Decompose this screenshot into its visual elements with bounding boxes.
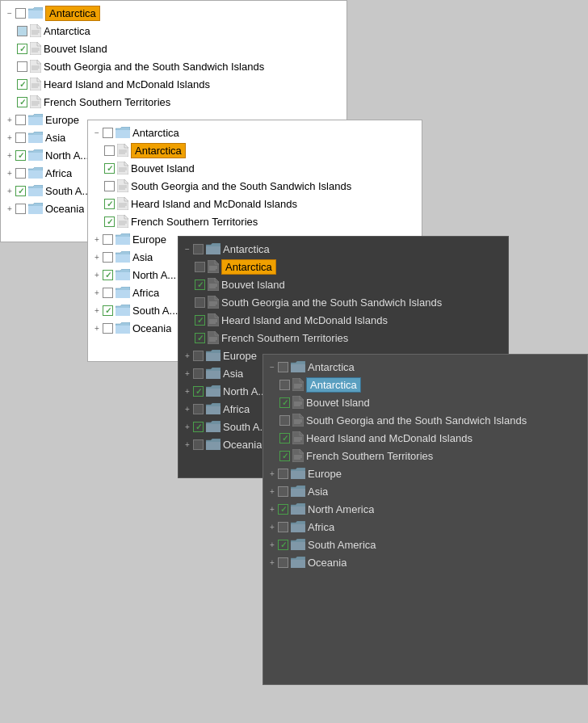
child-item[interactable]: Bouvet Island	[178, 275, 508, 293]
collapse-icon[interactable]: −	[4, 7, 15, 19]
expand-icon[interactable]: +	[91, 322, 103, 334]
child-item[interactable]: Antarctica	[88, 141, 422, 159]
expand-icon[interactable]: +	[182, 368, 193, 379]
child-item[interactable]: Bouvet Island	[1, 40, 346, 57]
child-item[interactable]: Antarctica	[263, 376, 587, 393]
item-checkbox[interactable]	[278, 557, 288, 568]
child-item[interactable]: French Southern Territories	[1, 93, 346, 111]
tree-root-item[interactable]: − Antarctica	[88, 124, 422, 141]
root-checkbox[interactable]	[103, 128, 113, 138]
expand-icon[interactable]: +	[91, 251, 103, 263]
item-checkbox[interactable]	[104, 163, 115, 174]
item-checkbox[interactable]	[103, 270, 113, 280]
tree-root-item[interactable]: − Antarctica	[1, 4, 346, 22]
item-checkbox[interactable]	[279, 415, 290, 426]
item-checkbox[interactable]	[104, 216, 115, 227]
item-checkbox[interactable]	[104, 145, 115, 156]
root-checkbox[interactable]	[278, 362, 288, 372]
item-checkbox[interactable]	[278, 540, 288, 550]
item-checkbox[interactable]	[195, 280, 205, 290]
item-checkbox[interactable]	[193, 386, 204, 397]
item-checkbox[interactable]	[278, 504, 288, 515]
child-item[interactable]: South Georgia and the South Sandwich Isl…	[178, 293, 508, 311]
root-checkbox[interactable]	[193, 244, 204, 254]
expand-icon[interactable]: +	[91, 269, 103, 280]
item-checkbox[interactable]	[193, 439, 204, 450]
item-checkbox[interactable]	[17, 26, 27, 36]
panel-4[interactable]: − Antarctica Antarctica Bouvet Island	[262, 354, 588, 685]
sibling-item[interactable]: + North America	[263, 500, 587, 518]
item-checkbox[interactable]	[279, 380, 290, 390]
expand-icon[interactable]: +	[4, 203, 15, 214]
expand-icon[interactable]: +	[267, 503, 278, 515]
item-checkbox[interactable]	[279, 451, 290, 461]
child-item[interactable]: Heard Island and McDonald Islands	[88, 195, 422, 212]
item-checkbox[interactable]	[15, 150, 26, 161]
child-item[interactable]: South Georgia and the South Sandwich Isl…	[88, 177, 422, 195]
item-checkbox[interactable]	[103, 323, 113, 334]
item-checkbox[interactable]	[103, 234, 113, 245]
root-checkbox[interactable]	[15, 8, 26, 19]
item-checkbox[interactable]	[278, 522, 288, 532]
sibling-item[interactable]: + Asia	[263, 482, 587, 500]
item-checkbox[interactable]	[17, 44, 27, 54]
item-checkbox[interactable]	[17, 61, 27, 72]
item-checkbox[interactable]	[15, 186, 26, 196]
item-checkbox[interactable]	[195, 333, 205, 343]
child-item[interactable]: Heard Island and McDonald Islands	[178, 311, 508, 329]
item-checkbox[interactable]	[15, 115, 26, 125]
child-item[interactable]: Heard Island and McDonald Islands	[263, 429, 587, 447]
sibling-item[interactable]: + Oceania	[263, 553, 587, 571]
item-checkbox[interactable]	[278, 469, 288, 479]
item-checkbox[interactable]	[279, 433, 290, 443]
tree-root-item[interactable]: − Antarctica	[263, 358, 587, 376]
expand-icon[interactable]: +	[182, 403, 193, 414]
item-checkbox[interactable]	[103, 305, 113, 316]
expand-icon[interactable]: +	[91, 287, 103, 298]
item-checkbox[interactable]	[103, 288, 113, 298]
expand-icon[interactable]: +	[182, 350, 193, 361]
expand-icon[interactable]: +	[182, 439, 193, 450]
collapse-icon[interactable]: −	[182, 243, 193, 254]
sibling-item[interactable]: + Africa	[263, 518, 587, 536]
expand-icon[interactable]: +	[267, 468, 278, 479]
child-item[interactable]: Bouvet Island	[263, 393, 587, 411]
item-checkbox[interactable]	[104, 181, 115, 191]
expand-icon[interactable]: +	[267, 521, 278, 532]
expand-icon[interactable]: +	[4, 185, 15, 196]
sibling-item[interactable]: + Europe	[263, 464, 587, 482]
item-checkbox[interactable]	[193, 422, 204, 432]
child-item[interactable]: French Southern Territories	[88, 212, 422, 230]
item-checkbox[interactable]	[15, 132, 26, 143]
item-checkbox[interactable]	[15, 168, 26, 179]
item-checkbox[interactable]	[15, 204, 26, 214]
tree-root-item[interactable]: − Antarctica	[178, 240, 508, 258]
expand-icon[interactable]: +	[4, 167, 15, 179]
expand-icon[interactable]: +	[267, 486, 278, 497]
sibling-item[interactable]: + South America	[263, 536, 587, 553]
item-checkbox[interactable]	[17, 79, 27, 90]
child-item[interactable]: South Georgia and the South Sandwich Isl…	[1, 57, 346, 75]
item-checkbox[interactable]	[278, 486, 288, 497]
expand-icon[interactable]: +	[4, 132, 15, 143]
expand-icon[interactable]: +	[91, 233, 103, 245]
item-checkbox[interactable]	[279, 397, 290, 408]
item-checkbox[interactable]	[103, 252, 113, 263]
collapse-icon[interactable]: −	[91, 127, 103, 138]
item-checkbox[interactable]	[104, 199, 115, 209]
child-item[interactable]: Antarctica	[178, 258, 508, 275]
expand-icon[interactable]: +	[267, 557, 278, 568]
expand-icon[interactable]: +	[267, 539, 278, 550]
expand-icon[interactable]: +	[91, 305, 103, 316]
child-item[interactable]: French Southern Territories	[263, 447, 587, 464]
child-item[interactable]: French Southern Territories	[178, 329, 508, 347]
item-checkbox[interactable]	[193, 351, 204, 361]
expand-icon[interactable]: +	[4, 149, 15, 161]
item-checkbox[interactable]	[195, 262, 205, 272]
expand-icon[interactable]: +	[182, 421, 193, 432]
child-item[interactable]: South Georgia and the South Sandwich Isl…	[263, 411, 587, 429]
child-item[interactable]: Antarctica	[1, 22, 346, 40]
item-checkbox[interactable]	[17, 97, 27, 107]
child-item[interactable]: Bouvet Island	[88, 159, 422, 177]
item-checkbox[interactable]	[195, 297, 205, 308]
